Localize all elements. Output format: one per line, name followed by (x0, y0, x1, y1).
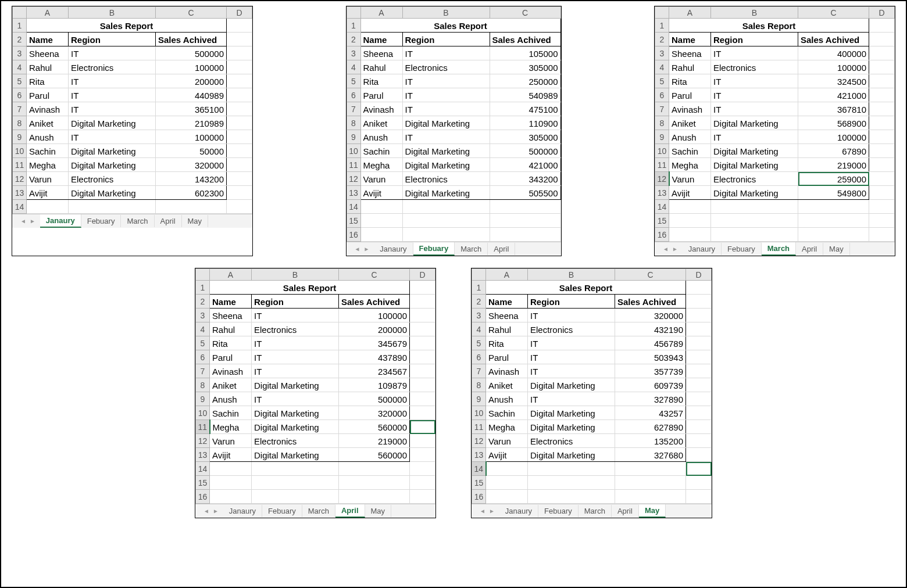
row-header-8[interactable]: 8 (13, 116, 27, 130)
row-header-1[interactable]: 1 (347, 19, 360, 33)
row-header-8[interactable]: 8 (196, 378, 210, 392)
cell-sales[interactable]: 456789 (615, 336, 686, 350)
cell-D1[interactable] (410, 281, 435, 295)
cell-name[interactable]: Varun (360, 172, 402, 186)
cell-sales[interactable]: 143200 (156, 172, 227, 186)
cell-region[interactable]: Electronics (252, 322, 339, 336)
cell-name[interactable]: Rita (669, 74, 711, 88)
tab-nav-arrows[interactable]: ◄► (16, 218, 40, 224)
cell-D9[interactable] (227, 130, 252, 144)
cell-A15[interactable] (669, 214, 711, 228)
col-header-D[interactable]: D (227, 7, 252, 19)
col-header-C[interactable]: C (339, 269, 410, 281)
cell-name[interactable]: Varun (27, 172, 69, 186)
row-header-3[interactable]: 3 (655, 46, 669, 60)
cell-sales[interactable]: 320000 (615, 309, 686, 322)
cell-name[interactable]: Avinash (486, 364, 528, 378)
cell-sales[interactable]: 200000 (339, 322, 410, 336)
row-header-12[interactable]: 12 (347, 172, 360, 186)
cell-name[interactable]: Anush (486, 392, 528, 406)
cell-A14[interactable] (210, 462, 252, 476)
cell-name[interactable]: Sachin (486, 406, 528, 420)
cell-name[interactable]: Sheena (360, 46, 402, 60)
cell-D1[interactable] (869, 19, 895, 33)
cell-name[interactable]: Avinash (27, 102, 69, 116)
row-header-11[interactable]: 11 (655, 158, 669, 172)
row-header-13[interactable]: 13 (13, 186, 27, 200)
cell-region[interactable]: Digital Marketing (402, 186, 490, 200)
cell-D8[interactable] (686, 378, 712, 392)
cell-D6[interactable] (410, 350, 435, 364)
cell-A14[interactable] (669, 200, 711, 214)
spreadsheet-grid[interactable]: ABC1Sales Report2NameRegionSales Achived… (347, 6, 561, 242)
cell-region[interactable]: IT (252, 364, 339, 378)
sheet-tab-may[interactable]: May (182, 215, 209, 227)
cell-D4[interactable] (227, 60, 252, 74)
row-header-14[interactable]: 14 (13, 200, 27, 214)
cell-A14[interactable] (360, 200, 402, 214)
col-header-A[interactable]: A (486, 269, 528, 281)
cell-region[interactable]: IT (711, 74, 798, 88)
cell-D10[interactable] (686, 406, 712, 420)
cell-name[interactable]: Avijit (360, 186, 402, 200)
cell-D5[interactable] (227, 74, 252, 88)
cell-sales[interactable]: 100000 (156, 60, 227, 74)
cell-name[interactable]: Avinash (669, 102, 711, 116)
row-header-13[interactable]: 13 (347, 186, 360, 200)
row-header-13[interactable]: 13 (196, 448, 210, 462)
spreadsheet-grid[interactable]: ABCD1Sales Report2NameRegionSales Achive… (12, 6, 252, 214)
row-header-13[interactable]: 13 (655, 186, 669, 200)
cell-name[interactable]: Varun (669, 172, 711, 186)
cell-C16[interactable] (490, 228, 560, 242)
cell-D7[interactable] (869, 102, 895, 116)
sheet-tab-april[interactable]: April (155, 215, 182, 227)
cell-region[interactable]: Digital Marketing (402, 158, 490, 172)
row-header-7[interactable]: 7 (347, 102, 360, 116)
sheet-tab-febuary[interactable]: Febuary (722, 243, 762, 255)
cell-name[interactable]: Anush (27, 130, 69, 144)
cell-B15[interactable] (252, 476, 339, 490)
cell-region[interactable]: Digital Marketing (252, 448, 339, 462)
row-header-5[interactable]: 5 (347, 74, 360, 88)
cell-B15[interactable] (528, 476, 615, 490)
cell-sales[interactable]: 357739 (615, 364, 686, 378)
cell-B14[interactable] (69, 200, 156, 214)
cell-D2[interactable] (686, 295, 712, 309)
cell-region[interactable]: Digital Marketing (528, 448, 615, 462)
cell-region[interactable]: IT (402, 102, 490, 116)
col-header-B[interactable]: B (252, 269, 339, 281)
row-header-10[interactable]: 10 (13, 144, 27, 158)
cell-A15[interactable] (360, 214, 402, 228)
cell-name[interactable]: Avijit (669, 186, 711, 200)
cell-region[interactable]: Electronics (69, 172, 156, 186)
cell-name[interactable]: Megha (27, 158, 69, 172)
row-header-12[interactable]: 12 (472, 434, 486, 448)
sheet-tab-febuary[interactable]: Febuary (413, 242, 455, 256)
sheet-tab-march[interactable]: March (302, 505, 335, 517)
spreadsheet-grid[interactable]: ABCD1Sales Report2NameRegionSales Achive… (655, 6, 895, 242)
cell-region[interactable]: IT (252, 392, 339, 406)
cell-A15[interactable] (486, 476, 528, 490)
row-header-15[interactable]: 15 (196, 476, 210, 490)
cell-D9[interactable] (410, 392, 435, 406)
cell-name[interactable]: Rahul (360, 60, 402, 74)
sheet-tab-janaury[interactable]: Janaury (374, 243, 413, 255)
cell-B15[interactable] (711, 214, 798, 228)
cell-C16[interactable] (615, 490, 686, 504)
row-header-4[interactable]: 4 (655, 60, 669, 74)
cell-sales[interactable]: 100000 (798, 60, 869, 74)
row-header-11[interactable]: 11 (13, 158, 27, 172)
cell-region[interactable]: IT (528, 309, 615, 322)
cell-name[interactable]: Aniket (360, 116, 402, 130)
cell-sales[interactable]: 345679 (339, 336, 410, 350)
cell-D7[interactable] (686, 364, 712, 378)
cell-C14[interactable] (798, 200, 869, 214)
row-header-12[interactable]: 12 (196, 434, 210, 448)
cell-B15[interactable] (402, 214, 490, 228)
cell-region[interactable]: Digital Marketing (402, 144, 490, 158)
cell-name[interactable]: Megha (486, 420, 528, 434)
cell-region[interactable]: IT (252, 350, 339, 364)
select-all-corner[interactable] (196, 269, 210, 281)
select-all-corner[interactable] (13, 7, 27, 19)
row-header-7[interactable]: 7 (472, 364, 486, 378)
